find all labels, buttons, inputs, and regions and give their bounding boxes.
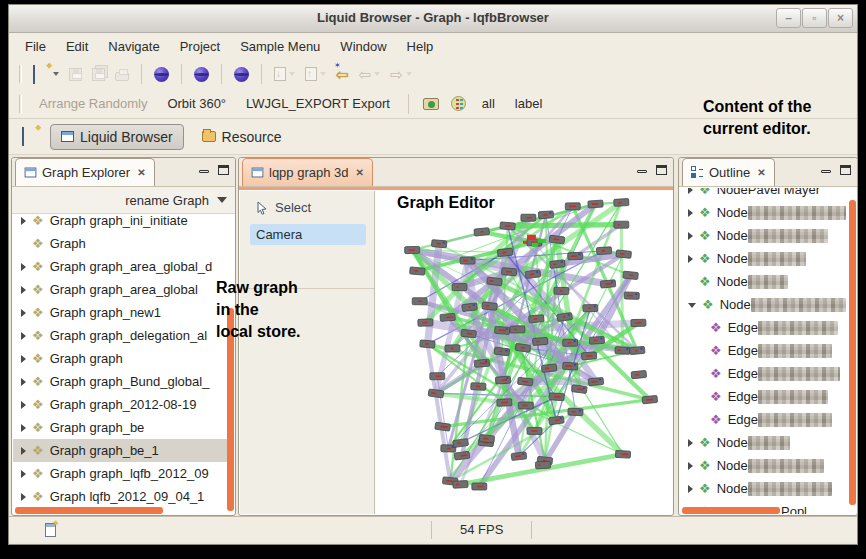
expander-icon[interactable] xyxy=(21,447,26,455)
tree-item-graph-lqfb-2012-09-04-1[interactable]: ❖Graph lqfb_2012_09_04_1 xyxy=(13,485,234,508)
expander-icon[interactable] xyxy=(688,462,693,470)
menu-navigate[interactable]: Navigate xyxy=(98,35,169,58)
tree-item-graph-graph-2012-08-19[interactable]: ❖Graph graph_2012-08-19 xyxy=(13,393,234,416)
outline-item-node[interactable]: ❖Node xyxy=(680,454,856,477)
outline-item-edge[interactable]: ❖Edge xyxy=(680,339,856,362)
menu-file[interactable]: File xyxy=(15,35,56,58)
label-toggle[interactable]: label xyxy=(508,93,549,114)
rename-graph-menu[interactable]: rename Graph xyxy=(125,193,209,208)
graph-canvas[interactable] xyxy=(376,191,672,514)
outline-item-edge[interactable]: ❖Edge xyxy=(680,316,856,339)
tree-item-graph-graph[interactable]: ❖Graph graph xyxy=(13,347,234,370)
expander-icon[interactable] xyxy=(688,255,693,263)
palette-item-camera[interactable]: Camera xyxy=(250,224,366,245)
horizontal-scrollbar[interactable] xyxy=(682,507,780,514)
fast-view-icon[interactable]: ✦ xyxy=(45,523,56,537)
outline-item-label: Node xyxy=(717,274,748,289)
maximize-view-icon[interactable] xyxy=(656,165,667,175)
tree-item-graph-graph-be[interactable]: ❖Graph graph_be xyxy=(13,416,234,439)
toolbar-separator xyxy=(261,64,262,84)
expander-icon[interactable] xyxy=(21,332,26,340)
sphere-tool-1-button[interactable] xyxy=(151,65,172,84)
toolbar-drag-handle[interactable] xyxy=(19,65,22,83)
perspective-liquid-browser[interactable]: Liquid Browser xyxy=(50,124,184,150)
new-wizard-button[interactable]: ✦ xyxy=(30,64,62,85)
expander-icon[interactable] xyxy=(21,355,26,363)
expander-icon[interactable] xyxy=(21,470,26,478)
sphere-tool-3-button[interactable] xyxy=(231,65,252,84)
minimize-view-icon[interactable] xyxy=(199,170,209,173)
lwjgl-export-button[interactable]: LWJGL_EXPORT Export xyxy=(239,93,397,114)
expander-icon[interactable] xyxy=(688,209,693,217)
perspective-resource[interactable]: Resource xyxy=(192,125,292,149)
orbit-360-button[interactable]: Orbit 360° xyxy=(160,93,233,114)
tab-lqpp-graph-3d[interactable]: lqpp graph 3d ✕ xyxy=(242,158,373,186)
outline-item-edge[interactable]: ❖Edge xyxy=(680,385,856,408)
expander-icon[interactable] xyxy=(688,188,693,194)
maximize-view-icon[interactable] xyxy=(840,165,851,175)
tab-graph-explorer[interactable]: Graph Explorer ✕ xyxy=(15,158,155,186)
close-button[interactable]: × xyxy=(828,8,853,28)
minimize-button[interactable]: – xyxy=(776,8,801,28)
vertical-scrollbar[interactable] xyxy=(849,200,856,505)
save-all-icon xyxy=(92,68,105,81)
minimize-view-icon[interactable] xyxy=(637,170,647,173)
expander-icon[interactable] xyxy=(688,439,693,447)
menu-window[interactable]: Window xyxy=(330,35,396,58)
view-menu-icon[interactable] xyxy=(217,197,227,203)
open-perspective-button[interactable]: ✦ xyxy=(19,126,42,147)
tree-item-graph-graph-new1[interactable]: ❖Graph graph_new1 xyxy=(13,301,234,324)
expander-icon[interactable] xyxy=(688,232,693,240)
last-edit-location-button[interactable]: ⇦✶ xyxy=(333,65,352,84)
last-edit-location-icon: ⇦✶ xyxy=(336,67,349,82)
expander-icon[interactable] xyxy=(688,303,696,308)
tree-item-graph-graph-area-global[interactable]: ❖Graph graph_area_global xyxy=(13,278,234,301)
tree-item-graph-graph-area-global-d[interactable]: ❖Graph graph_area_global_d xyxy=(13,255,234,278)
minimize-view-icon[interactable] xyxy=(821,170,831,173)
tree-item-graph-graph-bund-global-[interactable]: ❖Graph graph_Bund_global_ xyxy=(13,370,234,393)
palette-item-select[interactable]: Select xyxy=(250,197,366,218)
expander-icon[interactable] xyxy=(21,378,26,386)
expander-icon[interactable] xyxy=(21,286,26,294)
outline-item-node[interactable]: ❖Node xyxy=(680,293,856,316)
outline-item-node[interactable]: ❖Node xyxy=(680,477,856,500)
expander-icon[interactable] xyxy=(21,263,26,271)
expander-icon[interactable] xyxy=(21,309,26,317)
close-tab-icon[interactable]: ✕ xyxy=(137,167,145,178)
menu-edit[interactable]: Edit xyxy=(56,35,98,58)
tree-item-graph-graph-lqfb-2012-09[interactable]: ❖Graph graph_lqfb_2012_09 xyxy=(13,462,234,485)
menu-project[interactable]: Project xyxy=(170,35,230,58)
outline-item-edge[interactable]: ❖Edge xyxy=(680,362,856,385)
screenshot-button[interactable] xyxy=(420,96,442,112)
outline-item-node[interactable]: ❖Node xyxy=(680,247,856,270)
expander-icon[interactable] xyxy=(21,493,26,501)
spheres-toggle-button[interactable] xyxy=(448,94,469,113)
tab-outline[interactable]: Outline ✕ xyxy=(682,158,775,186)
save-all-button xyxy=(89,66,108,83)
close-tab-icon[interactable]: ✕ xyxy=(356,167,364,178)
expander-icon[interactable] xyxy=(21,424,26,432)
tree-item-graph-graph-delegation-al[interactable]: ❖Graph graph_delegation_al xyxy=(13,324,234,347)
maximize-view-icon[interactable] xyxy=(218,165,229,175)
all-toggle[interactable]: all xyxy=(475,93,502,114)
menu-help[interactable]: Help xyxy=(397,35,444,58)
menu-sample-menu[interactable]: Sample Menu xyxy=(230,35,330,58)
outline-item-node[interactable]: ❖Node xyxy=(680,431,856,454)
toolbar-drag-handle[interactable] xyxy=(19,95,22,113)
maximize-button[interactable]: ▫ xyxy=(802,8,827,28)
outline-item-node[interactable]: ❖Node xyxy=(680,270,856,293)
horizontal-scrollbar[interactable] xyxy=(15,507,163,514)
outline-item-node[interactable]: ❖Node xyxy=(680,224,856,247)
expander-icon[interactable] xyxy=(688,485,693,493)
tree-item-graph[interactable]: ❖Graph xyxy=(13,232,234,255)
tree-item-graph-graph-be-1[interactable]: ❖Graph graph_be_1 xyxy=(13,439,234,462)
outline-item-edge[interactable]: ❖Edge xyxy=(680,408,856,431)
expander-icon[interactable] xyxy=(21,401,26,409)
sphere-tool-2-button[interactable] xyxy=(191,65,212,84)
outline-item-node[interactable]: ❖Node xyxy=(680,201,856,224)
expander-icon[interactable] xyxy=(21,217,26,225)
title-bar[interactable]: Liquid Browser - Graph - lqfbBrowser – ▫… xyxy=(9,5,857,33)
tree-item-graph-graph-ini-initiate[interactable]: ❖Graph graph_ini_initiate xyxy=(13,215,234,232)
outline-item-node[interactable]: ❖Node Pavel Mayer xyxy=(680,188,856,201)
close-tab-icon[interactable]: ✕ xyxy=(757,167,765,178)
